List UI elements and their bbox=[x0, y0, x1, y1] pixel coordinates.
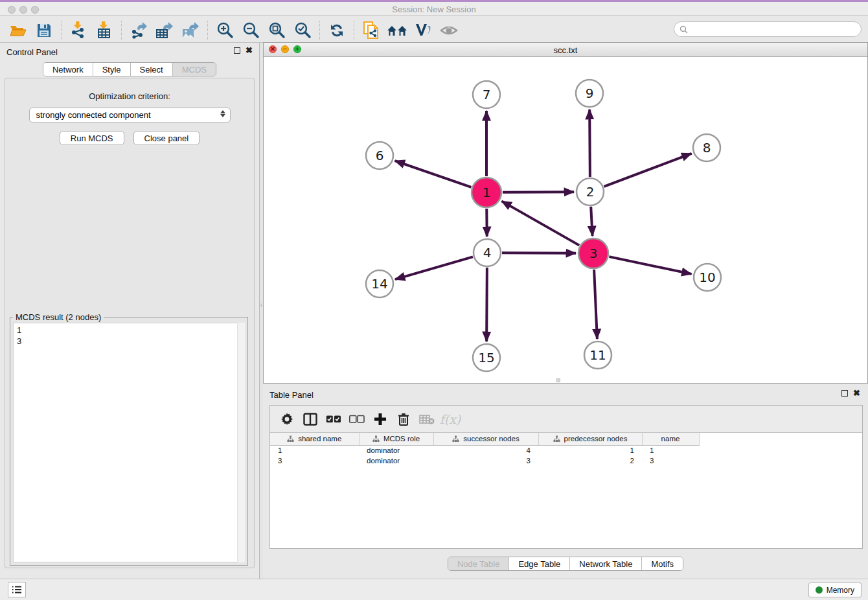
show-graphics-icon bbox=[439, 23, 459, 38]
new-network-file-button[interactable] bbox=[358, 19, 384, 41]
graph-edge-1-6[interactable] bbox=[395, 161, 472, 187]
memory-button[interactable]: Memory bbox=[808, 583, 862, 597]
tab-network[interactable]: Network bbox=[43, 63, 93, 76]
result-scrollbar[interactable] bbox=[237, 323, 245, 562]
float-panel-icon[interactable] bbox=[234, 47, 240, 54]
table-close-icon[interactable]: ✖ bbox=[853, 390, 860, 397]
search-icon bbox=[680, 25, 688, 34]
network-overview-button[interactable] bbox=[384, 19, 410, 41]
graph-edge-4-15[interactable] bbox=[486, 268, 487, 341]
control-panel: Control Panel ✖ Network Style Select MCD… bbox=[0, 43, 260, 579]
tab-edge-table[interactable]: Edge Table bbox=[509, 557, 570, 570]
export-network-button[interactable] bbox=[126, 19, 152, 41]
export-image-button[interactable] bbox=[177, 19, 203, 41]
graph-node-14[interactable]: 14 bbox=[366, 270, 393, 297]
show-graphics-button[interactable] bbox=[436, 19, 462, 41]
column-header-name[interactable]: name bbox=[642, 433, 699, 445]
table-float-icon[interactable] bbox=[841, 390, 848, 397]
table-add-button[interactable] bbox=[369, 408, 392, 430]
save-session-button[interactable] bbox=[31, 19, 57, 41]
network-view-window: ✕ − + scc.txt 7968124314101511 bbox=[263, 42, 868, 384]
graph-node-11[interactable]: 11 bbox=[584, 341, 611, 369]
svg-text:7: 7 bbox=[483, 87, 491, 102]
close-panel-icon[interactable]: ✖ bbox=[246, 47, 253, 54]
mcds-result-text[interactable]: 1 3 bbox=[13, 323, 245, 562]
hierarchy-icon bbox=[287, 435, 294, 443]
tab-style[interactable]: Style bbox=[93, 63, 131, 76]
column-layout-icon bbox=[303, 413, 317, 426]
task-history-button[interactable] bbox=[8, 582, 26, 597]
table-cell: 2 bbox=[538, 456, 642, 466]
svg-text:1: 1 bbox=[483, 185, 491, 200]
column-header-predecessor-nodes[interactable]: predecessor nodes bbox=[538, 433, 642, 445]
run-mcds-button[interactable]: Run MCDS bbox=[60, 131, 124, 145]
graph-edge-1-2[interactable] bbox=[503, 192, 574, 192]
table-row[interactable]: 1dominator411 bbox=[270, 445, 699, 456]
tab-mcds[interactable]: MCDS bbox=[173, 63, 216, 76]
search-input[interactable] bbox=[688, 25, 861, 34]
tab-node-table[interactable]: Node Table bbox=[448, 557, 510, 570]
table-column-layout-button[interactable] bbox=[299, 408, 322, 430]
graph-edge-2-3[interactable] bbox=[591, 207, 592, 236]
graph-edge-3-10[interactable] bbox=[609, 257, 691, 274]
table-cell: 3 bbox=[433, 456, 538, 466]
table-deselect-all-button[interactable] bbox=[345, 408, 369, 430]
network-canvas[interactable]: 7968124314101511 bbox=[264, 57, 867, 383]
graph-edge-4-14[interactable] bbox=[395, 257, 473, 279]
hierarchy-icon bbox=[553, 435, 560, 443]
zoom-out-button[interactable] bbox=[238, 19, 264, 41]
canvas-resize-grip[interactable] bbox=[556, 378, 560, 382]
open-session-button[interactable] bbox=[5, 19, 31, 41]
tab-select[interactable]: Select bbox=[131, 63, 173, 76]
graph-node-6[interactable]: 6 bbox=[366, 142, 393, 169]
network-window-titlebar[interactable]: ✕ − + scc.txt bbox=[264, 43, 867, 57]
graph-node-9[interactable]: 9 bbox=[576, 80, 603, 107]
tab-motifs[interactable]: Motifs bbox=[642, 557, 683, 570]
window-titlebar: Session: New Session bbox=[0, 0, 868, 16]
zoom-fit-button[interactable] bbox=[264, 19, 290, 41]
column-header-successor-nodes[interactable]: successor nodes bbox=[433, 433, 538, 445]
window-title: Session: New Session bbox=[0, 5, 868, 14]
mcds-result-title: MCDS result (2 nodes) bbox=[13, 312, 104, 322]
import-table-button[interactable] bbox=[91, 19, 117, 41]
graph-node-10[interactable]: 10 bbox=[694, 264, 721, 291]
graph-node-15[interactable]: 15 bbox=[473, 344, 500, 371]
table-cell: 1 bbox=[538, 445, 642, 456]
tab-network-table[interactable]: Network Table bbox=[570, 557, 642, 570]
refresh-button[interactable] bbox=[324, 19, 350, 41]
column-header-shared-name[interactable]: shared name bbox=[270, 433, 359, 445]
graph-edge-3-11[interactable] bbox=[594, 270, 597, 339]
graph-node-8[interactable]: 8 bbox=[693, 134, 720, 161]
zoom-selected-button[interactable] bbox=[290, 19, 315, 41]
graph-edge-4-3[interactable] bbox=[502, 253, 576, 253]
function-builder-icon: f(x) bbox=[440, 412, 461, 426]
graph-node-4[interactable]: 4 bbox=[474, 239, 501, 266]
column-header-MCDS-role[interactable]: MCDS role bbox=[359, 433, 433, 445]
graph-node-2[interactable]: 2 bbox=[577, 178, 604, 205]
export-network-icon bbox=[130, 21, 148, 40]
graph-edge-3-1[interactable] bbox=[501, 201, 579, 245]
delete-icon bbox=[398, 413, 409, 426]
import-network-button[interactable] bbox=[65, 19, 91, 41]
vizmapper-button[interactable] bbox=[410, 19, 436, 41]
graph-node-3[interactable]: 3 bbox=[578, 238, 608, 268]
close-panel-button[interactable]: Close panel bbox=[133, 131, 200, 145]
graph-edge-2-9[interactable] bbox=[589, 110, 590, 177]
table-delete-button[interactable] bbox=[392, 408, 415, 430]
table-cell: 1 bbox=[642, 445, 699, 456]
graph-node-7[interactable]: 7 bbox=[473, 81, 500, 108]
graph-node-1[interactable]: 1 bbox=[472, 178, 501, 207]
table-select-all-button[interactable] bbox=[322, 408, 345, 430]
vizmapper-icon bbox=[413, 22, 433, 39]
svg-text:14: 14 bbox=[371, 276, 387, 292]
export-image-icon bbox=[181, 21, 200, 40]
table-row[interactable]: 3dominator323 bbox=[270, 456, 699, 466]
zoom-in-button[interactable] bbox=[212, 19, 238, 41]
svg-text:3: 3 bbox=[589, 246, 598, 261]
table-settings-button[interactable] bbox=[275, 408, 299, 430]
svg-text:6: 6 bbox=[376, 148, 384, 163]
graph-edge-2-8[interactable] bbox=[604, 154, 692, 187]
export-table-button[interactable] bbox=[152, 19, 177, 41]
optimization-criterion-select[interactable]: strongly connected component bbox=[29, 108, 231, 122]
search-field[interactable] bbox=[674, 21, 862, 37]
